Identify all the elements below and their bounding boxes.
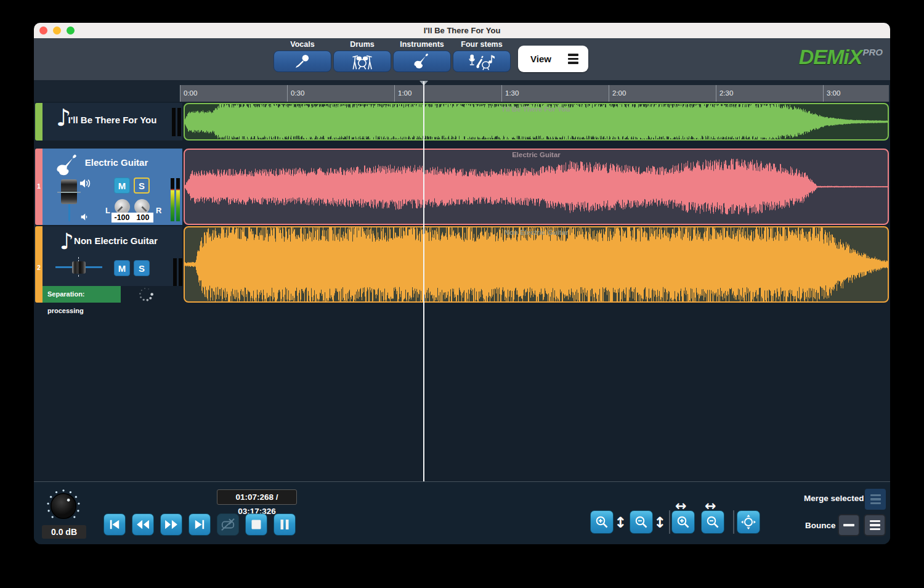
drums-separation-button[interactable] [333,51,391,72]
waveform-electric-guitar [185,150,888,224]
reset-zoom-icon [740,514,756,530]
time-display: 01:07:268 / 03:17:326 [217,489,297,505]
track-header-electric-guitar[interactable]: Electric Guitar M S L [43,149,182,225]
speaker-quiet-icon [81,213,91,221]
view-label: View [530,54,551,64]
separation-status-badge: Separation: processing [43,286,121,303]
rewind-icon [136,519,150,530]
menu-icon [870,494,881,505]
guitar-icon [413,52,431,71]
timeline-ruler[interactable]: 0:000:301:001:302:002:303:00 [180,85,889,102]
four-stems-icon [468,52,495,71]
ruler-tick: 2:30 [716,85,733,102]
audio-clip-master[interactable]: I'll Be There For You [184,103,889,141]
solo-button[interactable]: S [134,260,150,276]
clip-label: I'll Be There For You [185,105,888,113]
level-meters [171,178,180,221]
skip-to-start-button[interactable] [103,513,126,536]
menu-icon [568,54,578,64]
audio-clip-non-electric-guitar[interactable]: Non Electric Guitar [184,226,889,303]
window-title: I'll Be There For You [34,23,890,38]
clip-label: Non Electric Guitar [185,229,888,236]
four-stems-separation-button[interactable] [453,51,511,72]
skip-to-end-icon [193,519,206,530]
track-number: 1 [35,183,43,190]
track-row-non-electric-guitar: 2 ♪ Non Electric Guitar M S Separation: … [34,226,890,303]
playhead-line[interactable] [423,81,424,481]
vocals-separation-button[interactable] [274,51,331,72]
level-meters [172,108,181,136]
ruler-tick: 1:00 [394,85,411,102]
drums-label: Drums [333,40,391,51]
rewind-button[interactable] [132,513,154,536]
zoom-in-vertical-button[interactable] [590,510,614,534]
ruler-tick: 0:30 [287,85,304,102]
fast-forward-button[interactable] [160,513,182,536]
volume-fader-handle[interactable] [61,179,77,204]
bounce-menu-button[interactable] [864,514,886,536]
timeline-zone: 0:000:301:001:302:002:303:00 [34,80,890,102]
solo-button[interactable]: S [134,178,150,194]
zoom-in-icon [676,515,691,529]
ruler-tick: 3:00 [823,85,840,102]
reset-zoom-button[interactable] [737,510,760,534]
track-row-master: ♪ I'll Be There For You I'll Be There Fo… [34,103,890,141]
pan-left-label: L [105,206,110,215]
track-title: Non Electric Guitar [51,235,180,246]
audio-clip-electric-guitar[interactable]: Electric Guitar [184,149,889,225]
zoom-out-horizontal-button[interactable] [701,510,724,534]
instruments-separation-button[interactable] [393,51,451,72]
vertical-arrow-icon: ↕ [654,514,666,531]
track-title: I'll Be There For You [43,115,182,125]
zoom-in-horizontal-button[interactable] [671,510,695,534]
master-volume-knob[interactable] [44,487,83,528]
pause-button[interactable] [274,513,296,536]
minus-icon [843,524,854,526]
brand-name: DEMiX [799,45,862,68]
pan-left-value[interactable]: -100 [111,213,132,223]
app-window: I'll Be There For You Vocals Drums [34,23,890,544]
instruments-label: Instruments [393,40,451,51]
loop-off-icon [220,517,236,532]
mute-button[interactable]: M [114,178,130,194]
track-title: Electric Guitar [55,157,178,168]
zoom-out-icon [705,515,720,529]
ruler-tick: 2:00 [609,85,626,102]
bounce-label: Bounce [805,521,836,530]
zoom-out-icon [634,515,649,529]
app-logo: DEMiXPRO [753,45,883,69]
merge-selected-button[interactable] [865,489,886,510]
speaker-loud-icon [79,178,92,189]
mute-button[interactable]: M [114,260,130,276]
zoom-in-icon [594,515,609,529]
track-header-master[interactable]: ♪ I'll Be There For You [43,103,182,141]
track-number: 2 [35,264,43,271]
waveform-non-electric-guitar [185,227,888,301]
four-stems-label: Four stems [453,40,511,51]
divider [733,510,734,534]
track-color-strip[interactable]: 1 [35,149,43,225]
zoom-out-vertical-button[interactable] [630,510,653,534]
pause-icon [280,519,290,530]
fast-forward-icon [164,519,179,530]
track-color-strip[interactable]: 2 [35,226,43,303]
drums-icon [352,53,373,70]
processing-spinner-zone [121,286,182,303]
track-color-strip[interactable] [35,103,43,141]
vocals-label: Vocals [274,40,331,51]
spinner-icon [136,286,156,303]
ruler-tick: 1:30 [501,85,519,102]
bounce-remove-button[interactable] [838,514,860,536]
volume-fader-handle[interactable] [72,261,86,274]
loop-button[interactable] [217,513,239,536]
menu-icon [870,520,880,531]
skip-to-end-button[interactable] [188,513,211,536]
merge-selected-label: Merge selected [804,494,864,503]
transport-bar: 0.0 dB 01:07:268 / 03:17:326 [34,481,890,544]
clip-label: Electric Guitar [185,151,888,158]
level-meters [173,258,182,289]
stop-button[interactable] [245,513,267,536]
pan-right-value[interactable]: 100 [132,213,153,223]
pan-right-label: R [156,206,161,215]
view-menu-button[interactable]: View [518,46,588,72]
